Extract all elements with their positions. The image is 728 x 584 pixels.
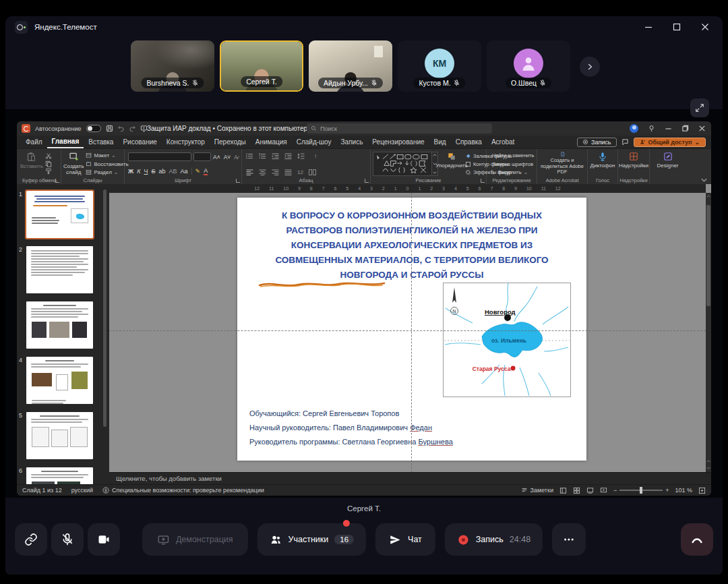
strikethrough-button[interactable]: S — [151, 168, 155, 175]
guide-horizontal[interactable] — [109, 330, 706, 331]
orange-squiggle-decoration[interactable] — [257, 279, 387, 291]
ppt-restore-icon[interactable] — [681, 125, 689, 132]
font-name-input[interactable] — [128, 152, 191, 161]
dialog-launcher-icon[interactable] — [236, 179, 240, 183]
collapse-ribbon-icon[interactable] — [701, 178, 707, 182]
tab-design[interactable]: Конструктор — [162, 137, 210, 148]
save-icon[interactable] — [106, 125, 113, 132]
designer-button[interactable]: Designer — [652, 152, 684, 175]
highlight-color-button[interactable]: ✎ — [195, 168, 201, 175]
slideshow-view-icon[interactable] — [600, 487, 607, 494]
slide-credits[interactable]: Обучающийся: Сергей Евгеньевич Торопов Н… — [249, 407, 453, 449]
bold-button[interactable]: Ж — [128, 168, 133, 175]
align-center-icon[interactable] — [259, 169, 266, 175]
vertical-scrollbar[interactable] — [706, 193, 711, 472]
underline-button[interactable]: Ч — [144, 168, 148, 175]
shrink-font-icon[interactable]: А˅ — [224, 154, 231, 160]
tab-file[interactable]: Файл — [21, 137, 47, 148]
bullets-icon[interactable] — [246, 153, 253, 159]
numbering-icon[interactable] — [259, 153, 266, 159]
font-size-input[interactable] — [193, 152, 211, 161]
redo-icon[interactable] — [129, 125, 136, 132]
italic-button[interactable]: К — [137, 168, 140, 175]
participant-tile[interactable]: О.Швец — [487, 40, 570, 92]
slide-title[interactable]: К ВОПРОСУ О КОРРОЗИОННОМ ВОЗДЕЙСТВИИ ВОД… — [256, 208, 568, 283]
scrollbar-thumb[interactable] — [706, 205, 710, 306]
zoom-in-icon[interactable]: + — [665, 487, 669, 494]
share-button[interactable]: Общий доступ ⌄ — [634, 138, 706, 147]
dialog-launcher-icon[interactable] — [365, 179, 369, 183]
format-painter-icon[interactable] — [45, 168, 52, 175]
search-box[interactable]: Поиск — [307, 123, 492, 134]
slide-thumbnail-6[interactable] — [26, 467, 93, 484]
guide-vertical[interactable] — [411, 193, 412, 472]
columns-icon[interactable] — [309, 169, 316, 175]
dialog-launcher-icon[interactable] — [55, 179, 59, 183]
section-button[interactable]: Раздел⌄ — [86, 169, 128, 175]
tab-view[interactable]: Вид — [429, 137, 451, 148]
tab-home[interactable]: Главная — [47, 136, 84, 148]
line-spacing-icon[interactable] — [297, 153, 305, 159]
align-right-icon[interactable] — [272, 169, 279, 175]
camera-button[interactable] — [88, 523, 120, 556]
slide-sorter-view-icon[interactable] — [573, 487, 580, 494]
tab-review[interactable]: Рецензирование — [367, 137, 429, 148]
microphone-button[interactable] — [51, 523, 84, 556]
language-indicator[interactable]: русский — [71, 487, 93, 494]
notes-area[interactable]: Щелкните, чтобы добавить заметки — [109, 472, 711, 484]
clear-format-icon[interactable]: А̷ — [234, 154, 238, 160]
zoom-knob[interactable] — [640, 487, 642, 494]
participants-button[interactable]: Участники 16 — [257, 523, 367, 556]
close-icon[interactable] — [701, 23, 709, 31]
expand-fullscreen-button[interactable] — [690, 98, 709, 117]
tab-slideshow[interactable]: Слайд-шоу — [292, 137, 336, 148]
create-pdf-button[interactable]: Создать и поделиться Adobe PDF — [539, 152, 585, 175]
new-slide-button[interactable]: Создать слайд — [63, 152, 84, 175]
notes-toggle-button[interactable]: Заметки — [521, 487, 553, 494]
layout-button[interactable]: Макет⌄ — [86, 152, 128, 158]
copy-link-button[interactable] — [15, 523, 47, 556]
zoom-level[interactable]: 101 % — [675, 487, 692, 494]
dialog-launcher-icon[interactable] — [481, 179, 485, 183]
slide-thumbnail-5[interactable] — [26, 412, 93, 459]
accessibility-checker[interactable]: Специальные возможности: проверьте реком… — [102, 487, 264, 494]
fit-slide-icon[interactable] — [698, 487, 706, 494]
reset-button[interactable]: Восстановить — [86, 161, 128, 167]
zoom-out-icon[interactable]: − — [613, 487, 617, 494]
hangup-button[interactable] — [681, 523, 713, 556]
font-color-button[interactable]: А — [204, 167, 208, 175]
char-spacing-button[interactable]: АВ — [169, 168, 177, 175]
normal-view-icon[interactable] — [559, 487, 567, 494]
tab-insert[interactable]: Вставка — [84, 137, 118, 148]
copy-icon[interactable] — [45, 160, 52, 167]
thumbnail-scrollbar[interactable] — [103, 189, 107, 427]
select-button[interactable]: Выделить⌄ — [490, 169, 533, 175]
more-options-button[interactable] — [552, 523, 586, 556]
slide-thumbnail-4[interactable] — [26, 357, 93, 404]
replace-fonts-button[interactable]: Замена шрифтов — [490, 161, 533, 167]
increase-indent-icon[interactable] — [284, 153, 292, 159]
align-left-icon[interactable] — [246, 169, 253, 175]
next-participants-button[interactable] — [580, 57, 600, 77]
ppt-close-icon[interactable] — [698, 125, 706, 132]
arrange-button[interactable]: Упорядочить — [440, 152, 463, 175]
slide-thumbnail-3[interactable] — [26, 301, 93, 349]
start-slideshow-icon[interactable] — [140, 125, 148, 132]
account-avatar[interactable] — [630, 124, 638, 133]
participant-tile[interactable]: Burshneva S. — [131, 40, 214, 92]
tab-record[interactable]: Запись — [336, 137, 368, 148]
minimize-icon[interactable] — [644, 23, 653, 31]
tab-transitions[interactable]: Переходы — [210, 137, 251, 148]
novgorod-map-image[interactable]: N Новгород оз. Ильмень Старая Русса — [443, 283, 571, 397]
record-button[interactable]: Запись — [577, 138, 617, 147]
shapes-gallery[interactable] — [373, 152, 432, 176]
participant-tile[interactable]: Айдын Урбу... — [309, 40, 392, 92]
addins-button[interactable]: Надстройки — [620, 152, 647, 175]
dictate-button[interactable]: Диктофон — [590, 152, 615, 175]
document-title[interactable]: Защита ИАР доклад • Сохранено в этот ком… — [147, 125, 315, 132]
cut-icon[interactable] — [45, 152, 52, 159]
decrease-indent-icon[interactable] — [272, 153, 279, 159]
change-case-button[interactable]: Аа — [181, 168, 188, 175]
justify-icon[interactable] — [284, 169, 292, 175]
participant-tile[interactable]: КМ Кустов М. — [398, 40, 481, 92]
